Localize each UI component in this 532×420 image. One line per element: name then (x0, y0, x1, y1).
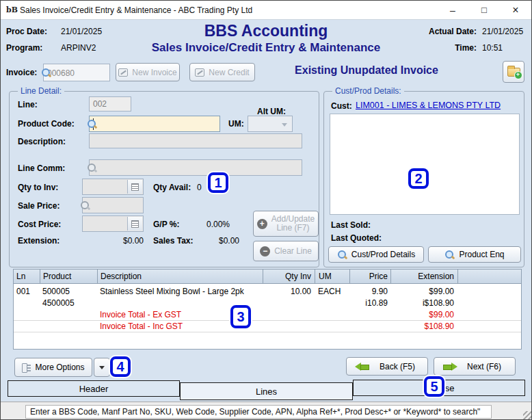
cost-price-field[interactable] (82, 215, 144, 232)
search-icon (444, 250, 455, 260)
minimize-button[interactable]: – (437, 1, 468, 20)
actual-date-value: 21/01/2025 (482, 27, 523, 36)
cell-product-alt: 4500005 (40, 298, 97, 309)
col-product[interactable]: Product (40, 270, 97, 283)
qty-avail-value: 0 (197, 183, 202, 192)
next-label: Next (F6) (467, 362, 501, 371)
gp-value: 0.00% (207, 220, 230, 229)
qty-to-inv-label: Qty to Inv: (18, 183, 58, 192)
product-enq-button[interactable]: Product Enq (428, 246, 521, 263)
last-sold-label: Last Sold: (331, 220, 371, 230)
next-button[interactable]: Next (F6) (434, 357, 516, 376)
um-select[interactable] (248, 116, 293, 132)
sale-price-search-icon[interactable] (80, 200, 90, 211)
col-qty-inv[interactable]: Qty Inv (263, 270, 315, 283)
qty-avail-label: Qty Avail: (153, 183, 191, 192)
product-search-icon[interactable] (87, 119, 97, 129)
line-detail-group: Line Detail: Line: 002 Alt UM: Product C… (9, 91, 319, 267)
extension-label: Extension: (18, 236, 59, 246)
new-folder-button[interactable] (503, 61, 524, 83)
cell-price-inc: i10.89 (349, 298, 390, 309)
cost-calculator-button[interactable] (127, 217, 142, 231)
title-bar: bB Sales Invoice/Credit Entry & Maintena… (1, 1, 531, 20)
product-enq-label: Product Enq (459, 250, 504, 259)
status-bar: Enter a BBS Code, Manf Part No, SKU, Web… (1, 402, 532, 420)
product-code-label: Product Code: (18, 119, 75, 129)
col-price[interactable]: Price (349, 270, 390, 283)
description-field[interactable] (89, 133, 302, 148)
close-button[interactable]: × (500, 1, 531, 20)
alt-um-label: Alt UM: (257, 107, 286, 116)
cust-prod-details-label: Cust/Prod Details (351, 250, 415, 259)
invoice-label: Invoice: (6, 68, 37, 77)
add-update-label-line2: Line (F7) (276, 223, 309, 233)
table-row-line1[interactable]: 001 500005 Stainless Steel Mixing Bowl -… (14, 286, 521, 298)
next-arrow-icon (442, 362, 457, 371)
more-options-dropdown-button[interactable] (94, 358, 110, 377)
options-list-icon (22, 363, 31, 372)
annotation-badge-2: 2 (408, 168, 429, 189)
description-label: Description: (18, 137, 66, 146)
tab-lines[interactable]: Lines (180, 382, 353, 400)
clear-line-button[interactable]: − Clear Line (253, 241, 319, 261)
more-options-button[interactable]: More Options (14, 358, 92, 377)
sales-tax-value: $0.00 (205, 236, 239, 246)
line-comm-search-icon[interactable] (87, 163, 97, 173)
cell-ln: 001 (14, 286, 40, 298)
last-quoted-label: Last Quoted: (331, 233, 382, 243)
plus-circle-icon: + (257, 219, 267, 229)
product-code-field[interactable] (89, 116, 220, 132)
cell-extension-inc: i$108.90 (390, 298, 457, 309)
sale-price-field[interactable] (82, 197, 144, 213)
resize-grip[interactable] (523, 411, 531, 419)
line-detail-title: Line Detail: (18, 86, 64, 96)
back-label: Back (F5) (380, 362, 415, 371)
invoice-search-icon[interactable] (41, 68, 51, 78)
line-number-field: 002 (89, 96, 131, 111)
tab-header[interactable]: Header (8, 380, 180, 397)
table-header-row: Ln Product Description Qty Inv UM Price … (14, 270, 521, 284)
col-ln[interactable]: Ln (14, 270, 40, 283)
line-label: Line: (18, 100, 38, 109)
window-title: Sales Invoice/Credit Entry & Maintenance… (20, 5, 252, 15)
cust-label: Cust: (331, 101, 352, 111)
table-row-line1-alt[interactable]: 4500005 i10.89 i$108.90 (14, 298, 521, 309)
time-value: 10:51 (482, 43, 503, 53)
cust-prod-details-button[interactable]: Cust/Prod Details (328, 246, 424, 263)
line-comm-field[interactable] (89, 159, 302, 176)
invoice-number-value: 000680 (47, 68, 75, 78)
add-update-label-line1: Add/Update (271, 214, 315, 224)
invoice-number-field[interactable]: 000680 (43, 64, 110, 81)
search-icon (337, 250, 347, 260)
back-button[interactable]: Back (F5) (346, 357, 428, 376)
invoice-status-text: Existing Unupdated Invoice (240, 64, 493, 77)
cell-um: EACH (315, 286, 349, 298)
folder-plus-icon (507, 68, 520, 77)
new-invoice-button[interactable]: New Invoice (116, 63, 180, 81)
dropdown-arrow-icon (99, 366, 105, 369)
customer-link[interactable]: LIM001 - LIMES & LEMONS PTY LTD (356, 101, 501, 110)
cust-prod-listbox (330, 114, 520, 215)
time-label: Time: (423, 43, 477, 53)
line-comm-label: Line Comm: (18, 163, 65, 173)
qty-to-inv-field[interactable] (82, 179, 144, 195)
cell-product: 500005 (40, 286, 97, 298)
cell-description: Stainless Steel Mixing Bowl - Large 2pk (97, 286, 263, 298)
sales-tax-label: Sales Tax: (153, 236, 193, 246)
qty-calculator-button[interactable] (127, 180, 142, 194)
col-extension[interactable]: Extension (390, 270, 457, 283)
col-um[interactable]: UM (315, 270, 349, 283)
cell-price: 9.90 (349, 286, 390, 298)
col-filler (457, 270, 458, 283)
add-update-line-button[interactable]: + Add/Update Line (F7) (253, 211, 319, 237)
annotation-badge-1: 1 (208, 172, 228, 193)
annotation-badge-5: 5 (424, 376, 444, 397)
cost-price-label: Cost Price: (18, 220, 61, 229)
col-description[interactable]: Description (97, 270, 263, 283)
cell-extension: $99.00 (390, 286, 457, 298)
back-arrow-icon (355, 362, 370, 371)
maximize-button[interactable]: □ (468, 1, 500, 20)
status-hint: Enter a BBS Code, Manf Part No, SKU, Web… (25, 405, 492, 419)
total-row-inc-gst: Invoice Total - Inc GST $108.90 (14, 321, 521, 332)
line-number-value: 002 (93, 99, 107, 109)
